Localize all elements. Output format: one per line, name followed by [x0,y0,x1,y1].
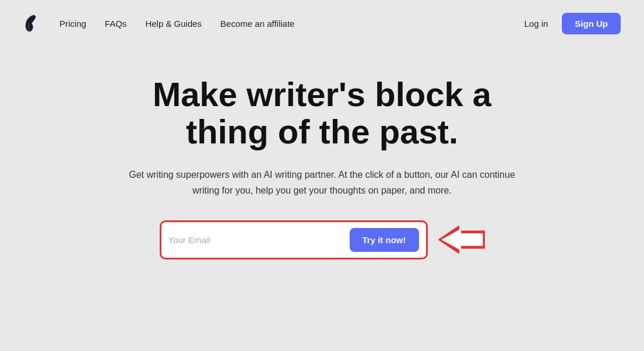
try-now-button[interactable]: Try it now! [350,228,419,252]
login-link[interactable]: Log in [524,19,548,29]
hero-title: Make writer's block a thing of the past. [118,76,526,150]
logo[interactable] [23,14,36,33]
hero-section: Make writer's block a thing of the past.… [0,47,644,259]
nav-link-faqs[interactable]: FAQs [105,19,127,29]
nav-links: Pricing FAQs Help & Guides Become an aff… [59,19,524,29]
signup-button[interactable]: Sign Up [562,13,621,34]
form-area-wrapper: Try it now! [160,220,485,259]
email-input[interactable] [168,235,343,245]
hero-subtitle: Get writing superpowers with an AI writi… [124,167,520,198]
arrow-icon [438,225,485,254]
nav-link-affiliate[interactable]: Become an affiliate [220,19,294,29]
arrow-container [438,225,485,254]
nav-actions: Log in Sign Up [524,13,621,34]
nav-link-pricing[interactable]: Pricing [59,19,86,29]
logo-icon [23,14,36,33]
nav-link-help-guides[interactable]: Help & Guides [145,19,202,29]
email-form-container: Try it now! [160,220,428,259]
navbar: Pricing FAQs Help & Guides Become an aff… [0,0,644,47]
